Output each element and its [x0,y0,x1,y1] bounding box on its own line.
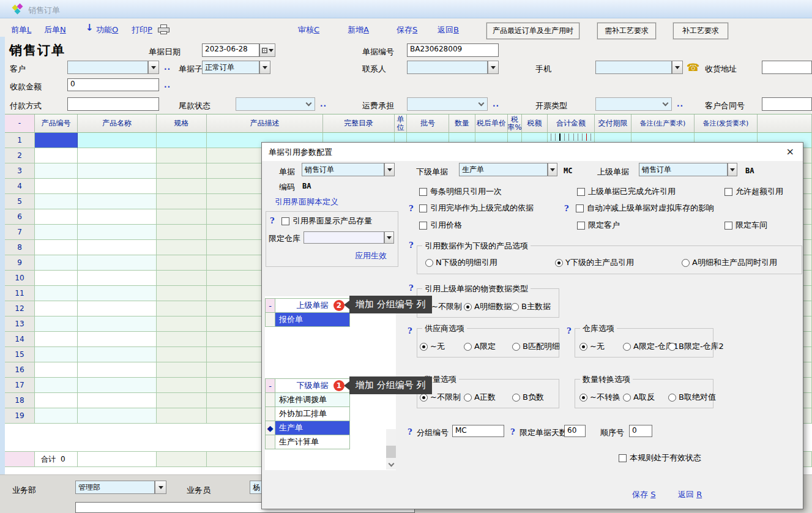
table-cell[interactable] [78,301,157,316]
header-unit[interactable]: 单位 [395,114,407,133]
table-cell[interactable] [78,225,157,240]
received-input[interactable]: 0 [67,78,159,91]
group-no-input[interactable]: MC [452,425,504,437]
help-icon[interactable]: ? [409,241,414,250]
header-row-marker[interactable]: - [5,114,35,133]
table-cell[interactable] [157,393,207,408]
child-list-item[interactable]: 生产单 [275,421,350,435]
table-cell[interactable] [78,255,157,271]
table-cell[interactable] [157,378,207,393]
dept-combo-arrow[interactable] [155,481,166,494]
table-cell[interactable] [78,271,157,286]
ref-complete-checkbox[interactable]: 引用完毕作为上级完成的依据 [419,203,534,214]
table-cell[interactable] [157,286,207,301]
radio-qty-negative[interactable]: B负数 [512,392,544,403]
functions-link[interactable]: 功能O [96,24,118,36]
table-cell[interactable] [78,179,157,194]
mobile-combo[interactable] [595,61,672,74]
help-icon[interactable]: ? [408,326,412,335]
table-cell[interactable] [157,133,207,148]
radio-negate[interactable]: A取反 [623,392,655,403]
table-cell[interactable] [78,393,157,408]
limit-days-input[interactable]: 60 [564,425,586,437]
header-remark-shipping[interactable]: 备注(发货要求) [695,114,758,133]
table-cell[interactable] [157,194,207,209]
radio-supplier-none[interactable]: ~无 [420,341,445,352]
table-cell[interactable] [35,148,78,163]
limit-warehouse-combo-arrow[interactable] [384,231,394,244]
header-product-name[interactable]: 产品名称 [78,114,157,133]
doc-combo-arrow[interactable] [384,163,395,176]
table-cell[interactable] [35,209,78,225]
table-cell[interactable] [35,225,78,240]
table-cell[interactable] [78,163,157,179]
radio-warehouse-none[interactable]: ~无 [579,341,605,352]
radio-both-ref[interactable]: A明细和主产品同时引用 [682,257,777,268]
table-cell[interactable] [157,255,207,271]
table-cell[interactable] [35,393,78,408]
doc-date-input[interactable]: 2023-06-28 [202,43,259,57]
selected-cell[interactable] [35,133,78,148]
table-cell[interactable] [35,240,78,255]
child-doc-combo[interactable]: 生产单 [459,163,548,176]
add-new-link[interactable]: 新增A [348,24,369,36]
table-cell[interactable] [78,148,157,163]
table-cell[interactable] [35,408,78,424]
invoice-combo[interactable] [595,97,672,111]
header-tax-rate[interactable]: 税率% [508,114,522,133]
table-cell[interactable] [35,194,78,209]
customer-combo-arrow[interactable] [148,61,159,74]
table-cell[interactable] [157,271,207,286]
header-batch-no[interactable]: 批号 [407,114,449,133]
freight-combo[interactable] [407,97,488,111]
printer-icon[interactable] [158,24,169,34]
header-quantity[interactable]: 数量 [449,114,475,133]
subtype-combo[interactable]: 正常订单 [202,61,259,74]
help-icon[interactable]: ? [409,283,414,293]
table-cell[interactable] [35,332,78,347]
table-cell[interactable] [78,362,157,378]
radio-no-convert[interactable]: ~不转换 [579,392,620,403]
address-input[interactable] [762,61,812,74]
table-cell[interactable] [35,271,78,286]
customer-lookup-dots[interactable]: .. [164,63,171,72]
table-cell[interactable] [35,347,78,362]
payment-input[interactable] [67,97,159,111]
ref-price-checkbox[interactable]: 引用价格 [419,220,462,231]
audit-link[interactable]: 审核C [298,24,319,36]
header-tax-amount[interactable]: 税额 [522,114,548,133]
help-icon[interactable]: ? [409,204,414,213]
child-doc-combo-arrow[interactable] [548,163,557,176]
table-cell[interactable] [35,378,78,393]
header-description[interactable]: 产品描述 [207,114,323,133]
header-total-amount[interactable]: 合计金额 [548,114,595,133]
table-cell[interactable] [157,316,207,332]
table-cell[interactable] [157,148,207,163]
invoice-lookup-dots[interactable]: .. [677,100,683,108]
table-cell[interactable] [157,408,207,424]
table-cell[interactable] [78,209,157,225]
radio-qty-positive[interactable]: A正数 [464,392,496,403]
table-cell[interactable] [157,225,207,240]
doc-combo[interactable]: 销售订单 [302,163,384,176]
print-link[interactable]: 打印P [132,24,152,36]
balance-lookup-dots[interactable]: .. [320,100,327,108]
radio-main-data[interactable]: B主数据 [511,301,551,312]
table-cell[interactable] [35,301,78,316]
dialog-back-link[interactable]: 返回 R [678,489,702,500]
radio-main-product-ref[interactable]: Y下级的主产品引用 [555,257,634,268]
scroll-down-icon[interactable] [386,460,396,470]
next-doc-link[interactable]: 后单N [44,24,66,36]
table-cell[interactable] [35,286,78,301]
table-cell[interactable] [78,133,157,148]
list-scrollbar-thumb[interactable] [386,446,396,458]
table-cell[interactable] [157,209,207,225]
table-cell[interactable] [157,179,207,194]
doc-no-input[interactable]: BA230628009 [407,43,499,57]
help-icon[interactable]: ? [564,204,569,213]
header-remark-production[interactable]: 备注(生产要求) [631,114,695,133]
parent-doc-combo-arrow[interactable] [728,163,737,176]
radio-warehouse-2[interactable]: B限定-仓库2 [668,341,724,352]
mobile-combo-arrow[interactable] [672,61,683,74]
help-icon[interactable]: ? [408,427,412,436]
